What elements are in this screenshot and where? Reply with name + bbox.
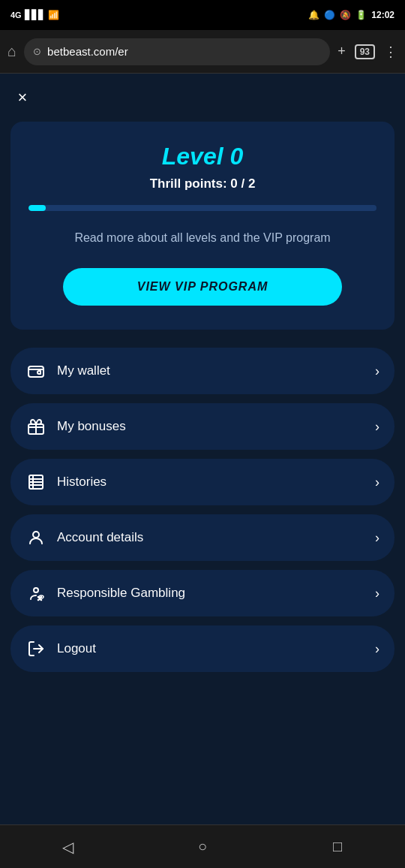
- account-label: Account details: [57, 530, 143, 545]
- menu-item-wallet[interactable]: My wallet ›: [10, 348, 394, 394]
- wallet-icon: [26, 360, 46, 381]
- history-icon: [26, 472, 46, 493]
- new-tab-button[interactable]: +: [338, 44, 346, 59]
- site-icon: ⊙: [33, 46, 41, 57]
- logout-label: Logout: [57, 641, 96, 656]
- account-icon: [26, 527, 46, 548]
- home-nav-button[interactable]: ○: [188, 832, 218, 862]
- vip-level-title: Level 0: [28, 143, 376, 170]
- histories-label: Histories: [57, 475, 106, 490]
- main-content: × Level 0 Thrill points: 0 / 2 Read more…: [0, 74, 405, 824]
- menu-item-logout[interactable]: Logout ›: [10, 625, 394, 672]
- home-button[interactable]: ⌂: [8, 43, 16, 60]
- signal-bars-icon: ▋▋▋: [25, 10, 45, 20]
- browser-bar: ⌂ ⊙ betbeast.com/er + 93 ⋮: [0, 30, 405, 74]
- gambling-icon: [26, 583, 46, 604]
- vip-description: Read more about all levels and the VIP p…: [28, 229, 376, 247]
- back-button[interactable]: ◁: [52, 832, 82, 862]
- menu-item-account[interactable]: Account details ›: [10, 514, 394, 561]
- view-vip-program-button[interactable]: VIEW VIP PROGRAM: [63, 268, 341, 306]
- svg-point-8: [34, 588, 38, 592]
- logout-icon: [26, 638, 46, 659]
- bluetooth-icon: 🔵: [324, 10, 335, 20]
- url-text: betbeast.com/er: [47, 45, 128, 58]
- menu-list: My wallet › My bonuses ›: [10, 348, 394, 672]
- tab-count-badge[interactable]: 93: [355, 44, 375, 59]
- browser-actions: + 93 ⋮: [338, 44, 398, 60]
- bottom-nav: ◁ ○ □: [0, 824, 405, 868]
- progress-bar-fill: [28, 205, 46, 211]
- address-bar[interactable]: ⊙ betbeast.com/er: [24, 38, 330, 65]
- bonuses-label: My bonuses: [57, 419, 126, 434]
- alarm-icon: 🔔: [308, 10, 320, 20]
- gambling-chevron-icon: ›: [375, 586, 380, 601]
- vip-card: Level 0 Thrill points: 0 / 2 Read more a…: [10, 122, 394, 330]
- menu-item-gambling[interactable]: Responsible Gambling ›: [10, 570, 394, 616]
- recent-apps-button[interactable]: □: [322, 832, 352, 862]
- status-right: 🔔 🔵 🔕 🔋 12:02: [308, 10, 394, 20]
- wallet-label: My wallet: [57, 363, 110, 378]
- logout-chevron-icon: ›: [375, 641, 380, 657]
- close-button[interactable]: ×: [10, 86, 34, 110]
- menu-item-bonuses[interactable]: My bonuses ›: [10, 403, 394, 450]
- status-bar: 4G ▋▋▋ 📶 🔔 🔵 🔕 🔋 12:02: [0, 0, 405, 30]
- more-button[interactable]: ⋮: [384, 44, 398, 60]
- menu-item-histories[interactable]: Histories ›: [10, 459, 394, 505]
- account-chevron-icon: ›: [375, 530, 380, 546]
- gift-icon: [26, 416, 46, 437]
- signal-icon: 4G: [10, 11, 22, 20]
- progress-bar-background: [28, 205, 376, 211]
- gambling-label: Responsible Gambling: [57, 586, 185, 601]
- battery-icon: 🔋: [356, 10, 367, 20]
- status-left: 4G ▋▋▋ 📶: [10, 10, 59, 20]
- svg-point-7: [33, 532, 39, 538]
- bonuses-chevron-icon: ›: [375, 419, 380, 435]
- histories-chevron-icon: ›: [375, 475, 380, 490]
- wallet-chevron-icon: ›: [375, 363, 380, 379]
- mute-icon: 🔕: [340, 10, 351, 20]
- time-display: 12:02: [371, 10, 394, 20]
- thrill-points-label: Thrill points: 0 / 2: [28, 176, 376, 191]
- wifi-icon: 📶: [48, 10, 59, 20]
